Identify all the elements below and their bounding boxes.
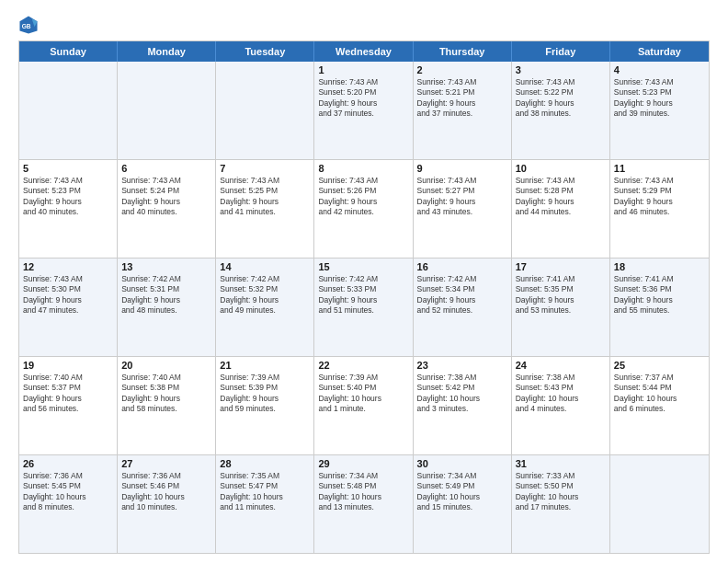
calendar-cell: 6Sunrise: 7:43 AM Sunset: 5:24 PM Daylig… (118, 160, 216, 258)
cell-text: Sunrise: 7:36 AM Sunset: 5:46 PM Dayligh… (121, 471, 211, 513)
day-number: 20 (121, 360, 211, 371)
cell-text: Sunrise: 7:43 AM Sunset: 5:29 PM Dayligh… (614, 176, 705, 218)
day-number: 16 (417, 261, 507, 272)
day-header-saturday: Saturday (610, 41, 709, 62)
calendar-cell: 4Sunrise: 7:43 AM Sunset: 5:23 PM Daylig… (610, 62, 709, 159)
calendar-cell: 2Sunrise: 7:43 AM Sunset: 5:21 PM Daylig… (414, 62, 512, 159)
calendar-cell (216, 62, 314, 159)
calendar-cell: 10Sunrise: 7:43 AM Sunset: 5:28 PM Dayli… (512, 160, 610, 258)
cell-text: Sunrise: 7:42 AM Sunset: 5:32 PM Dayligh… (220, 274, 310, 316)
calendar-cell: 24Sunrise: 7:38 AM Sunset: 5:43 PM Dayli… (512, 357, 610, 454)
calendar-cell: 13Sunrise: 7:42 AM Sunset: 5:31 PM Dayli… (118, 259, 216, 356)
calendar-cell (19, 62, 118, 159)
cell-text: Sunrise: 7:42 AM Sunset: 5:34 PM Dayligh… (417, 274, 507, 316)
day-number: 29 (318, 458, 408, 469)
day-header-friday: Friday (512, 41, 610, 62)
cell-text: Sunrise: 7:41 AM Sunset: 5:35 PM Dayligh… (516, 274, 606, 316)
cell-text: Sunrise: 7:39 AM Sunset: 5:39 PM Dayligh… (220, 373, 310, 415)
calendar-cell: 31Sunrise: 7:33 AM Sunset: 5:50 PM Dayli… (512, 455, 610, 553)
day-number: 30 (417, 458, 507, 469)
cell-text: Sunrise: 7:34 AM Sunset: 5:48 PM Dayligh… (318, 471, 408, 513)
cell-text: Sunrise: 7:43 AM Sunset: 5:27 PM Dayligh… (417, 176, 507, 218)
cell-text: Sunrise: 7:42 AM Sunset: 5:31 PM Dayligh… (121, 274, 211, 316)
cell-text: Sunrise: 7:34 AM Sunset: 5:49 PM Dayligh… (417, 471, 507, 513)
cell-text: Sunrise: 7:43 AM Sunset: 5:22 PM Dayligh… (516, 77, 606, 120)
calendar-row: 19Sunrise: 7:40 AM Sunset: 5:37 PM Dayli… (19, 357, 709, 455)
calendar-cell: 29Sunrise: 7:34 AM Sunset: 5:48 PM Dayli… (314, 455, 413, 553)
calendar-cell: 22Sunrise: 7:39 AM Sunset: 5:40 PM Dayli… (314, 357, 413, 454)
day-number: 10 (516, 163, 606, 174)
day-number: 4 (614, 64, 705, 75)
day-number: 28 (220, 458, 310, 469)
calendar-cell: 18Sunrise: 7:41 AM Sunset: 5:36 PM Dayli… (610, 259, 709, 356)
day-header-tuesday: Tuesday (216, 41, 314, 62)
day-number: 15 (318, 261, 408, 272)
top-bar: GB (18, 15, 710, 35)
cell-text: Sunrise: 7:42 AM Sunset: 5:33 PM Dayligh… (318, 274, 408, 316)
day-number: 5 (23, 163, 113, 174)
day-number: 12 (23, 261, 113, 272)
day-number: 9 (417, 163, 507, 174)
calendar-cell: 21Sunrise: 7:39 AM Sunset: 5:39 PM Dayli… (216, 357, 314, 454)
calendar-row: 5Sunrise: 7:43 AM Sunset: 5:23 PM Daylig… (19, 160, 709, 259)
day-number: 2 (417, 64, 507, 75)
cell-text: Sunrise: 7:35 AM Sunset: 5:47 PM Dayligh… (220, 471, 310, 513)
day-number: 26 (23, 458, 113, 469)
cell-text: Sunrise: 7:37 AM Sunset: 5:44 PM Dayligh… (614, 373, 705, 415)
calendar-cell: 30Sunrise: 7:34 AM Sunset: 5:49 PM Dayli… (414, 455, 512, 553)
calendar-cell: 19Sunrise: 7:40 AM Sunset: 5:37 PM Dayli… (19, 357, 118, 454)
day-header-sunday: Sunday (19, 41, 118, 62)
day-number: 24 (516, 360, 606, 371)
svg-text:GB: GB (22, 23, 31, 29)
calendar-cell: 3Sunrise: 7:43 AM Sunset: 5:22 PM Daylig… (512, 62, 610, 159)
calendar-cell: 15Sunrise: 7:42 AM Sunset: 5:33 PM Dayli… (314, 259, 413, 356)
day-number: 8 (318, 163, 408, 174)
calendar-cell (610, 455, 709, 553)
day-header-thursday: Thursday (414, 41, 512, 62)
day-number: 7 (220, 163, 310, 174)
day-number: 6 (121, 163, 211, 174)
calendar-row: 26Sunrise: 7:36 AM Sunset: 5:45 PM Dayli… (19, 455, 709, 553)
page: GB SundayMondayTuesdayWednesdayThursdayF… (0, 0, 728, 563)
calendar-cell: 1Sunrise: 7:43 AM Sunset: 5:20 PM Daylig… (314, 62, 413, 159)
cell-text: Sunrise: 7:40 AM Sunset: 5:37 PM Dayligh… (23, 373, 113, 415)
calendar-cell: 20Sunrise: 7:40 AM Sunset: 5:38 PM Dayli… (118, 357, 216, 454)
cell-text: Sunrise: 7:36 AM Sunset: 5:45 PM Dayligh… (23, 471, 113, 513)
calendar-cell: 5Sunrise: 7:43 AM Sunset: 5:23 PM Daylig… (19, 160, 118, 258)
calendar-row: 1Sunrise: 7:43 AM Sunset: 5:20 PM Daylig… (19, 62, 709, 160)
day-number: 22 (318, 360, 408, 371)
cell-text: Sunrise: 7:43 AM Sunset: 5:25 PM Dayligh… (220, 176, 310, 218)
day-number: 1 (318, 64, 408, 75)
calendar-cell: 28Sunrise: 7:35 AM Sunset: 5:47 PM Dayli… (216, 455, 314, 553)
day-number: 11 (614, 163, 705, 174)
calendar-row: 12Sunrise: 7:43 AM Sunset: 5:30 PM Dayli… (19, 259, 709, 357)
day-number: 31 (516, 458, 606, 469)
calendar-cell: 8Sunrise: 7:43 AM Sunset: 5:26 PM Daylig… (314, 160, 413, 258)
day-header-wednesday: Wednesday (314, 41, 413, 62)
cell-text: Sunrise: 7:43 AM Sunset: 5:26 PM Dayligh… (318, 176, 408, 218)
cell-text: Sunrise: 7:43 AM Sunset: 5:23 PM Dayligh… (23, 176, 113, 218)
day-number: 3 (516, 64, 606, 75)
calendar-cell: 11Sunrise: 7:43 AM Sunset: 5:29 PM Dayli… (610, 160, 709, 258)
calendar-cell: 27Sunrise: 7:36 AM Sunset: 5:46 PM Dayli… (118, 455, 216, 553)
calendar-cell: 16Sunrise: 7:42 AM Sunset: 5:34 PM Dayli… (414, 259, 512, 356)
cell-text: Sunrise: 7:38 AM Sunset: 5:43 PM Dayligh… (516, 373, 606, 415)
calendar-cell: 23Sunrise: 7:38 AM Sunset: 5:42 PM Dayli… (414, 357, 512, 454)
cell-text: Sunrise: 7:43 AM Sunset: 5:24 PM Dayligh… (121, 176, 211, 218)
calendar-cell: 25Sunrise: 7:37 AM Sunset: 5:44 PM Dayli… (610, 357, 709, 454)
day-number: 13 (121, 261, 211, 272)
calendar-cell: 12Sunrise: 7:43 AM Sunset: 5:30 PM Dayli… (19, 259, 118, 356)
day-number: 18 (614, 261, 705, 272)
cell-text: Sunrise: 7:39 AM Sunset: 5:40 PM Dayligh… (318, 373, 408, 415)
cell-text: Sunrise: 7:43 AM Sunset: 5:23 PM Dayligh… (614, 77, 705, 120)
calendar-cell: 26Sunrise: 7:36 AM Sunset: 5:45 PM Dayli… (19, 455, 118, 553)
logo-icon: GB (18, 15, 39, 35)
calendar-cell: 14Sunrise: 7:42 AM Sunset: 5:32 PM Dayli… (216, 259, 314, 356)
day-number: 21 (220, 360, 310, 371)
calendar: SundayMondayTuesdayWednesdayThursdayFrid… (18, 40, 710, 554)
cell-text: Sunrise: 7:43 AM Sunset: 5:30 PM Dayligh… (23, 274, 113, 316)
calendar-cell: 7Sunrise: 7:43 AM Sunset: 5:25 PM Daylig… (216, 160, 314, 258)
day-number: 14 (220, 261, 310, 272)
cell-text: Sunrise: 7:43 AM Sunset: 5:28 PM Dayligh… (516, 176, 606, 218)
calendar-cell: 9Sunrise: 7:43 AM Sunset: 5:27 PM Daylig… (414, 160, 512, 258)
